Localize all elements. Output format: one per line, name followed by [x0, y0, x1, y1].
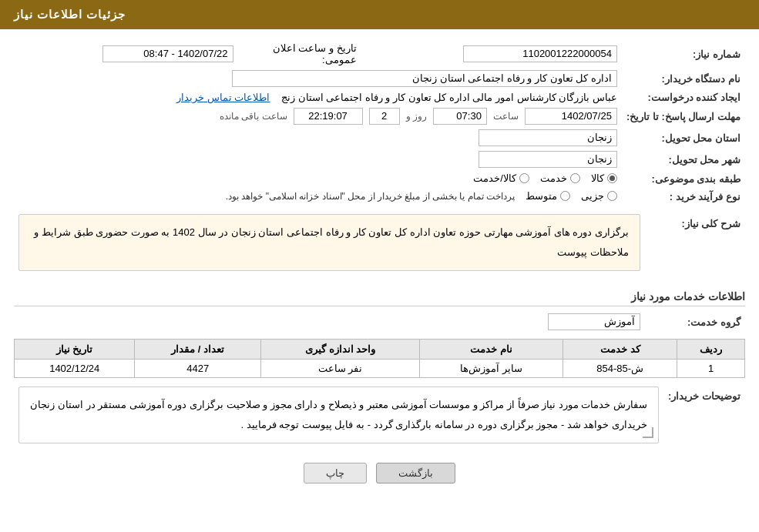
notes-cell: سفارش خدمات مورد نیاز صرفاً از مراکز و م…	[14, 384, 663, 455]
page-title: جزئیات اطلاعات نیاز	[14, 8, 126, 21]
radio-jozi-label: جزیی	[581, 190, 604, 202]
deadline-row: 1402/07/25 ساعت 07:30 روز و 2 22:19:07 س…	[14, 105, 622, 127]
time-label: ساعت	[493, 111, 519, 122]
days-label: روز و	[406, 111, 427, 122]
services-data-table: ردیف کد خدمت نام خدمت واحد اندازه گیری ت…	[14, 339, 745, 378]
purchase-type-label: نوع فرآیند خرید :	[622, 188, 745, 206]
col-unit: واحد اندازه گیری	[260, 340, 419, 360]
category-label: طبقه بندی موضوعی:	[622, 170, 745, 188]
public-date-value: 1402/07/22 - 08:47	[14, 40, 238, 68]
back-button[interactable]: بازگشت	[376, 463, 455, 483]
remaining-label: ساعت باقی مانده	[220, 111, 287, 122]
deadline-remaining-input: 22:19:07	[294, 108, 363, 125]
province-label: استان محل تحویل:	[622, 127, 745, 149]
radio-kalakhedmat-icon	[519, 173, 529, 183]
table-row: 1ش-85-854سایر آموزش‌هانفر ساعت44271402/1…	[15, 360, 745, 378]
cell-qty: 4427	[135, 360, 261, 378]
col-qty: تعداد / مقدار	[135, 340, 261, 360]
print-button[interactable]: چاپ	[304, 463, 367, 483]
public-date-input: 1402/07/22 - 08:47	[102, 45, 233, 62]
deadline-days-input: 2	[369, 108, 400, 125]
service-group-table: گروه خدمت: آموزش	[14, 311, 745, 333]
buyer-org-input: اداره کل تعاون کار و رفاه اجتماعی استان …	[232, 70, 617, 87]
radio-jozi-icon	[607, 191, 617, 201]
radio-kala-label: کالا	[591, 172, 604, 184]
radio-motavasset-label: متوسط	[526, 190, 557, 202]
contact-person-text: عباس بازرگان کارشناس امور مالی اداره کل …	[281, 92, 617, 103]
creator-value: عباس بازرگان کارشناس امور مالی اداره کل …	[14, 89, 622, 105]
radio-kalakhedmat-label: کالا/خدمت	[473, 172, 516, 184]
radio-khedmat-label: خدمت	[540, 172, 567, 184]
col-name: نام خدمت	[420, 340, 563, 360]
services-section-title: اطلاعات خدمات مورد نیاز	[14, 290, 745, 306]
city-input: زنجان	[479, 151, 617, 168]
buyer-name-label: نام دستگاه خریدار:	[622, 68, 745, 89]
cell-name: سایر آموزش‌ها	[420, 360, 563, 378]
action-buttons: بازگشت چاپ	[14, 463, 745, 491]
cell-unit: نفر ساعت	[260, 360, 419, 378]
need-number-input: 1102001222000054	[463, 45, 617, 62]
description-box: برگزاری دوره های آموزشی مهارتی حوزه تعاو…	[18, 214, 640, 271]
province-value: زنجان	[14, 127, 622, 149]
cell-date: 1402/12/24	[15, 360, 135, 378]
contact-link[interactable]: اطلاعات تماس خریدار	[176, 92, 270, 103]
notes-table: توضیحات خریدار: سفارش خدمات مورد نیاز صر…	[14, 384, 745, 455]
description-cell: برگزاری دوره های آموزشی مهارتی حوزه تعاو…	[14, 212, 645, 281]
buyer-org-value: اداره کل تعاون کار و رفاه اجتماعی استان …	[14, 68, 622, 89]
type-jozi[interactable]: جزیی	[581, 190, 617, 202]
cell-code: ش-85-854	[563, 360, 677, 378]
deadline-label: مهلت ارسال پاسخ: تا تاریخ:	[622, 105, 745, 127]
radio-motavasset-icon	[560, 191, 570, 201]
category-options: کالا خدمت کالا/خدمت	[14, 170, 622, 188]
type-motavasset[interactable]: متوسط	[526, 190, 570, 202]
purchase-type-options: جزیی متوسط پرداخت تمام یا بخشی از مبلغ خ…	[14, 188, 622, 206]
col-row: ردیف	[677, 340, 745, 360]
deadline-date-input: 1402/07/25	[525, 108, 617, 125]
province-input: زنجان	[479, 129, 617, 146]
service-group-input: آموزش	[548, 313, 640, 330]
deadline-time-input: 07:30	[433, 108, 487, 125]
description-label: شرح کلی نیاز:	[645, 212, 745, 281]
category-khedmat[interactable]: خدمت	[540, 172, 580, 184]
col-code: کد خدمت	[563, 340, 677, 360]
need-number-value: 1102001222000054	[361, 40, 622, 68]
cell-row: 1	[677, 360, 745, 378]
city-value: زنجان	[14, 149, 622, 170]
city-label: شهر محل تحویل:	[622, 149, 745, 170]
category-kala[interactable]: کالا	[591, 172, 617, 184]
public-date-label: تاریخ و ساعت اعلان عمومی:	[238, 40, 361, 68]
notes-label: توضیحات خریدار:	[663, 384, 745, 455]
page-header: جزئیات اطلاعات نیاز	[0, 0, 759, 29]
category-kala-khedmat[interactable]: کالا/خدمت	[473, 172, 529, 184]
need-number-label: شماره نیاز:	[622, 40, 745, 68]
radio-kala-icon	[607, 173, 617, 183]
service-group-value: آموزش	[14, 311, 645, 333]
col-date: تاریخ نیاز	[15, 340, 135, 360]
radio-khedmat-icon	[570, 173, 580, 183]
service-group-label: گروه خدمت:	[645, 311, 745, 333]
description-table: شرح کلی نیاز: برگزاری دوره های آموزشی مه…	[14, 212, 745, 281]
creator-label: ایجاد کننده درخواست:	[622, 89, 745, 105]
purchase-type-note: پرداخت تمام یا بخشی از مبلغ خریدار از مح…	[226, 191, 515, 202]
notes-box: سفارش خدمات مورد نیاز صرفاً از مراکز و م…	[18, 386, 659, 443]
info-table: شماره نیاز: 1102001222000054 تاریخ و ساع…	[14, 40, 745, 206]
